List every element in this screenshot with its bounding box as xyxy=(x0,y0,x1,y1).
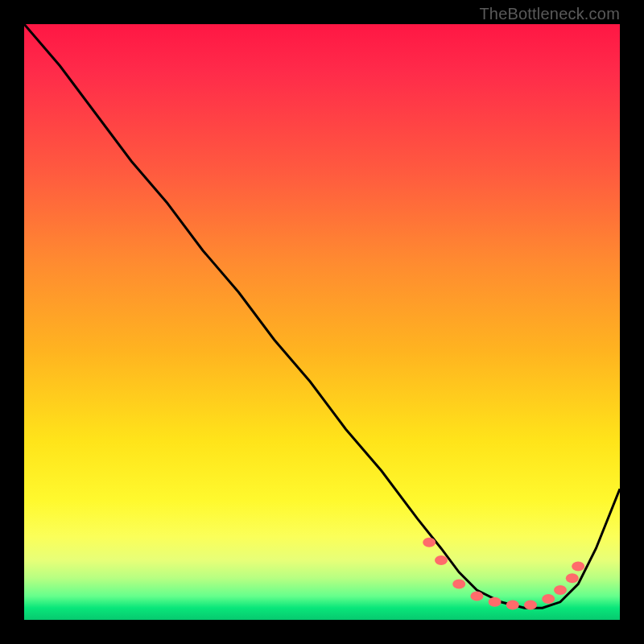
marker-dot xyxy=(572,561,584,571)
markers-group xyxy=(423,538,584,610)
marker-dot xyxy=(435,555,448,565)
marker-dot xyxy=(489,597,502,607)
marker-dot xyxy=(542,594,555,604)
marker-dot xyxy=(554,585,567,595)
marker-dot xyxy=(524,601,537,610)
plot-area xyxy=(24,24,620,620)
marker-dot xyxy=(452,580,465,589)
watermark-text: TheBottleneck.com xyxy=(479,5,620,23)
marker-dot xyxy=(470,591,483,601)
marker-dot xyxy=(423,538,436,547)
chart-frame: TheBottleneck.com xyxy=(0,0,644,644)
curve-svg xyxy=(24,24,620,620)
marker-dot xyxy=(566,573,579,583)
bottleneck-curve xyxy=(24,24,620,608)
marker-dot xyxy=(506,601,519,610)
